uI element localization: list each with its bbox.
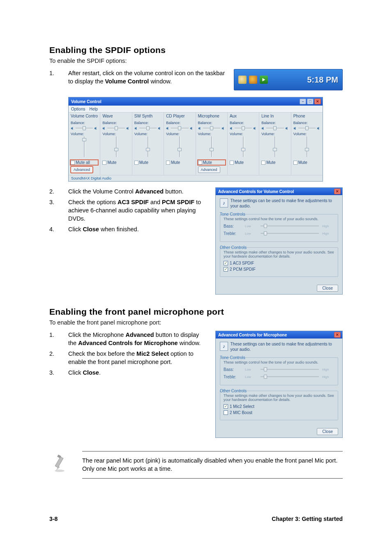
tray-volume-icon[interactable] — [249, 76, 257, 84]
speaker-right-icon — [317, 127, 321, 130]
volume-slider[interactable] — [178, 136, 182, 157]
mute-checkbox[interactable]: Mute — [198, 160, 225, 165]
checkbox-icon — [224, 404, 228, 409]
section1-step-4: 4. Click Close when finished. — [49, 225, 208, 233]
other-controls-desc: These settings make other changes to how… — [224, 394, 334, 402]
svg-marker-9 — [222, 127, 224, 129]
balance-slider[interactable] — [298, 126, 316, 130]
mute-checkbox[interactable]: Mute all — [71, 160, 98, 165]
channel-name: Volume Control — [71, 114, 98, 119]
speaker-left-icon — [230, 127, 233, 130]
advanced-button[interactable]: Advanced — [71, 166, 93, 173]
mute-label: Mute all — [76, 160, 90, 165]
section1-step-3: 3. Check the options AC3 SPDIF and PCM S… — [49, 198, 208, 223]
mute-checkbox[interactable]: Mute — [293, 160, 321, 165]
mute-checkbox[interactable]: Mute — [261, 160, 288, 165]
speaker-right-icon — [94, 127, 98, 130]
chapter-title: Chapter 3: Getting started — [272, 516, 343, 522]
channels: Volume ControlBalance:Volume:Mute allAdv… — [69, 113, 323, 175]
volume-slider[interactable] — [305, 136, 309, 157]
volume-slider[interactable] — [273, 136, 277, 157]
dialog-titlebar: Advanced Controls for Volume Control ✕ — [216, 188, 342, 195]
statusbar: SoundMAX Digital Audio — [69, 175, 323, 181]
close-button[interactable]: ✕ — [334, 189, 341, 194]
volume-slider[interactable] — [210, 136, 214, 157]
speaker-left-icon — [166, 127, 170, 130]
balance-slider[interactable] — [76, 126, 93, 130]
speaker-right-icon — [253, 127, 257, 130]
balance-slider[interactable] — [171, 126, 188, 130]
speaker-right-icon — [190, 127, 194, 130]
checkbox-icon — [198, 161, 202, 165]
speaker-right-icon — [221, 127, 225, 130]
svg-marker-10 — [230, 127, 232, 129]
svg-marker-13 — [286, 127, 288, 129]
mute-checkbox[interactable]: Mute — [166, 160, 193, 165]
mute-checkbox[interactable]: Mute — [102, 160, 129, 165]
dialog-title: Advanced Controls for Volume Control — [218, 189, 334, 194]
svg-marker-11 — [254, 127, 256, 129]
mixer-channel: SW SynthBalance:Volume:Mute — [132, 113, 164, 175]
mixer-channel: PhoneBalance:Volume:Mute — [291, 113, 323, 175]
balance-label: Balance: — [166, 121, 193, 125]
mute-checkbox[interactable]: Mute — [134, 160, 161, 165]
volume-slider[interactable] — [114, 136, 118, 157]
treble-label: Treble: — [224, 375, 242, 379]
bass-row: Bass: Low High — [224, 223, 334, 228]
checkbox-icon — [293, 161, 297, 165]
mute-checkbox[interactable]: Mute — [230, 160, 257, 165]
svg-marker-7 — [190, 127, 192, 129]
tray-icon[interactable] — [238, 76, 247, 84]
speaker-left-icon — [261, 127, 265, 130]
balance-label: Balance: — [102, 121, 129, 125]
maximize-button[interactable]: □ — [307, 99, 314, 104]
treble-slider[interactable] — [261, 374, 319, 379]
pcm-spdif-checkbox[interactable]: 2 PCM SPDIF — [224, 267, 334, 272]
treble-label: Treble: — [224, 231, 242, 236]
svg-marker-15 — [317, 127, 319, 129]
bass-slider[interactable] — [261, 223, 319, 228]
close-button[interactable]: ✕ — [334, 332, 341, 338]
balance-slider[interactable] — [107, 126, 125, 130]
balance-slider[interactable] — [266, 126, 284, 130]
speaker-right-icon — [285, 127, 289, 130]
svg-marker-14 — [294, 127, 296, 129]
volume-slider[interactable] — [241, 136, 245, 157]
balance-label: Balance: — [198, 121, 225, 125]
balance-slider[interactable] — [235, 126, 252, 130]
balance-slider[interactable] — [139, 126, 157, 130]
dialog-description: ♪ These settings can be used to make fin… — [220, 342, 338, 352]
balance-slider[interactable] — [203, 126, 220, 130]
note-block: The rear panel Mic port (pink) is automa… — [49, 451, 343, 479]
mixer-channel: Line InBalance:Volume:Mute — [259, 113, 291, 175]
mute-label: Mute — [235, 160, 244, 165]
section1-step-1: 1. After restart, click on the volume co… — [49, 69, 226, 85]
menu-options[interactable]: Options — [71, 107, 85, 111]
volume-label: Volume: — [198, 132, 225, 136]
taskbar-tray: 5:18 PM — [234, 69, 343, 90]
treble-slider[interactable] — [261, 231, 319, 236]
advanced-button[interactable]: Advanced — [198, 166, 220, 173]
bass-slider[interactable] — [261, 367, 319, 372]
step-text: After restart, click on the volume contr… — [68, 69, 226, 85]
volume-slider[interactable] — [82, 136, 86, 157]
close-button[interactable]: ✕ — [314, 99, 321, 104]
checkbox-icon — [166, 161, 170, 165]
mute-label: Mute — [298, 160, 307, 165]
speaker-left-icon — [198, 127, 202, 130]
speaker-right-icon — [158, 127, 161, 130]
checkbox-icon — [261, 161, 265, 165]
minimize-button[interactable]: – — [300, 99, 306, 104]
mic2-select-checkbox[interactable]: 1 Mic2 Select — [224, 404, 334, 409]
close-button[interactable]: Close — [317, 428, 338, 435]
menu-help[interactable]: Help — [89, 107, 98, 111]
balance-label: Balance: — [293, 121, 321, 125]
balance-label: Balance: — [134, 121, 161, 125]
treble-row: Treble: Low High — [224, 374, 334, 379]
mic-boost-checkbox[interactable]: 2 MIC Boost — [224, 410, 334, 415]
volume-slider[interactable] — [146, 136, 150, 157]
ac3-spdif-checkbox[interactable]: 1 AC3 SPDIF — [224, 261, 334, 265]
tray-media-icon[interactable] — [260, 76, 268, 84]
dialog-description: ♪ These settings can be used to make fin… — [220, 198, 338, 209]
close-button[interactable]: Close — [317, 285, 338, 292]
